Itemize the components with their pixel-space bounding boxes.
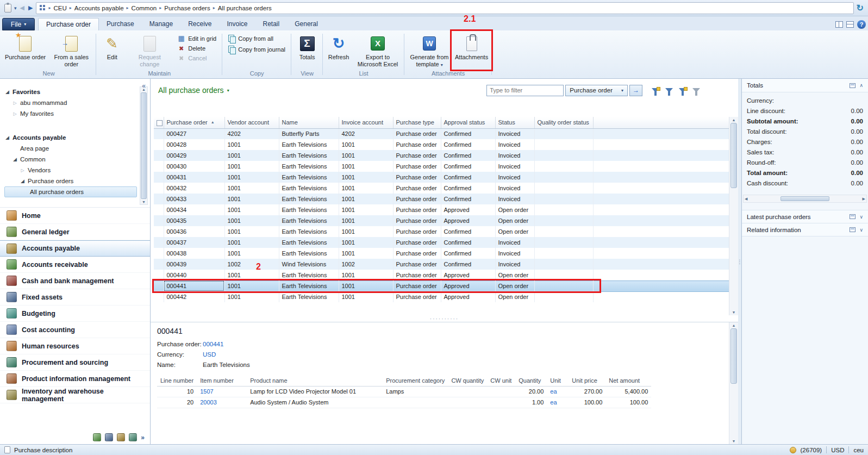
table-row-000438[interactable]: 0004381001Earth Televisions1001Purchase … [154,248,729,259]
delete-button[interactable]: ✖ Delete [174,44,220,53]
currency-link[interactable]: USD [203,351,216,358]
tab-retail[interactable]: Retail [255,18,288,30]
module-accounts-receivable[interactable]: Accounts receivable [0,257,150,273]
column-header-purchase-type[interactable]: Purchase type [393,117,441,128]
module-general-ledger[interactable]: General ledger [0,224,150,240]
tree-expanded-icon[interactable]: ◢ [20,178,26,184]
select-all-header[interactable] [154,117,164,128]
latest-purchase-orders-header[interactable]: Latest purchase orders ∨ [742,210,868,223]
export-to-excel-button[interactable]: X Export to Microsoft Excel [353,32,403,70]
lines-column-header-procurement-category[interactable]: Procurement category [383,375,448,386]
scroll-left-icon[interactable]: ◀ [745,197,747,201]
tree-item-all-purchase-orders[interactable]: All purchase orders [4,186,137,197]
tab-purchase-order[interactable]: Purchase order [38,18,99,30]
table-row-000437[interactable]: 0004371001Earth Televisions1001Purchase … [154,237,729,248]
open-in-window-icon[interactable] [850,227,855,232]
tree-item-area-page[interactable]: Area page [20,145,49,152]
module-procurement-and-sourcing[interactable]: Procurement and sourcing [0,354,150,371]
table-row-000430[interactable]: 0004301001Earth Televisions1001Purchase … [154,161,729,172]
page-title[interactable]: All purchase orders ▾ [158,86,229,95]
session-count[interactable]: (26709) [801,447,822,453]
line-row[interactable]: 2020003Audio System / Audio System1.00ea… [157,397,651,408]
table-row-000428[interactable]: 0004281001Earth Televisions1001Purchase … [154,139,729,150]
scroll-up-icon[interactable]: ▲ [732,118,736,122]
tree-expanded-icon[interactable]: ◢ [4,135,10,140]
column-header-approval-status[interactable]: Approval status [441,117,495,128]
column-header-name[interactable]: Name [279,117,339,128]
related-information-header[interactable]: Related information ∨ [742,223,868,236]
scroll-thumb[interactable] [730,328,737,384]
attachments-button[interactable]: Attachments [453,32,490,63]
scroll-down-icon[interactable]: ▼ [732,439,736,443]
tab-manage[interactable]: Manage [142,18,180,30]
file-menu-button[interactable]: File ▾ [2,18,35,30]
open-in-window-icon[interactable] [850,214,855,219]
nav-footer-icon[interactable] [105,433,113,441]
copy-from-all-button[interactable]: Copy from all [225,34,289,43]
filter-scope-button[interactable]: Purchase order ▾ [565,85,628,96]
filter-by-grid-icon[interactable] [663,85,675,96]
lines-column-header-net-amount[interactable]: Net amount [605,375,651,386]
table-row-000439[interactable]: 0004391002Wind Televisions1002Purchase o… [154,259,729,270]
tab-general[interactable]: General [287,18,326,30]
currency-indicator[interactable]: USD [831,447,844,453]
column-header-invoice-account[interactable]: Invoice account [339,117,393,128]
totals-scrollbar[interactable]: ◀ ▶ [743,195,867,203]
grid-scrollbar[interactable]: ▲ ▼ [729,117,738,315]
scroll-thumb[interactable] [141,92,147,199]
totals-button[interactable]: Σ Totals [293,32,321,70]
tree-collapsed-icon[interactable]: ▷ [12,101,18,105]
chevron-up-icon[interactable]: ∧ [859,83,863,88]
column-header-purchase-order[interactable]: Purchase order▲ [164,117,224,128]
lines-column-header-line-number[interactable]: Line number [157,375,197,386]
company-indicator[interactable]: ceu [853,447,864,453]
tree-expanded-icon[interactable]: ◢ [4,89,10,95]
lines-column-header-unit-price[interactable]: Unit price [569,375,605,386]
apply-filter-button[interactable]: → [629,85,642,96]
table-row-000429[interactable]: 0004291001Earth Televisions1001Purchase … [154,150,729,161]
copy-from-journal-button[interactable]: Copy from journal [225,45,289,54]
tree-item-vendors[interactable]: Vendors [28,167,51,173]
table-row-000440[interactable]: 0004401001Earth Televisions1001Purchase … [154,270,729,281]
module-home[interactable]: Home [0,208,150,224]
scroll-up-icon[interactable]: ▲ [732,323,736,327]
back-icon[interactable]: ◀ [20,5,25,11]
table-row-000431[interactable]: 0004311001Earth Televisions1001Purchase … [154,172,729,183]
purchase-order-link[interactable]: 000441 [203,341,223,347]
module-cost-accounting[interactable]: Cost accounting [0,322,150,338]
forward-icon[interactable]: ▶ [28,5,33,11]
column-header-vendor-account[interactable]: Vendor account [224,117,279,128]
lines-column-header-cw-quantity[interactable]: CW quantity [448,375,487,386]
advanced-filter-icon[interactable] [677,85,689,96]
select-all-checkbox[interactable] [157,120,163,126]
help-icon[interactable]: ? [857,20,866,29]
scroll-thumb[interactable] [780,196,829,201]
lines-column-header-quantity[interactable]: Quantity [515,375,547,386]
nav-footer-icon[interactable] [117,433,125,441]
module-cash-and-bank-management[interactable]: Cash and bank management [0,273,150,289]
favorites-header[interactable]: Favorites [13,89,40,95]
lines-column-header-item-number[interactable]: Item number [197,375,247,386]
line-row[interactable]: 101507Lamp for LCD Video Projector Model… [157,386,651,397]
tab-invoice[interactable]: Invoice [219,18,255,30]
module-product-information-management[interactable]: Product information management [0,371,150,387]
module-human-resources[interactable]: Human resources [0,338,150,354]
from-sales-order-button[interactable]: From a sales order [48,32,95,70]
breadcrumb-item-common[interactable]: Common [129,4,159,12]
module-budgeting[interactable]: Budgeting [0,306,150,322]
breadcrumb-item-ceu[interactable]: CEU [51,4,68,12]
totals-section-header[interactable]: Totals ∧ [742,79,868,92]
pane-splitter[interactable]: ·········· [151,315,738,322]
tree-collapsed-icon[interactable]: ▷ [20,168,26,173]
open-in-window-icon[interactable] [850,83,855,88]
address-bar[interactable]: ▸CEU▸Accounts payable▸Common▸Purchase or… [36,2,853,14]
scroll-thumb[interactable] [730,123,737,188]
table-row-000427[interactable]: 0004274202Butterfly Parts4202Purchase or… [154,128,729,139]
module-fixed-assets[interactable]: Fixed assets [0,289,150,306]
lines-column-header-cw-unit[interactable]: CW unit [487,375,515,386]
table-row-000435[interactable]: 0004351001Earth Televisions1001Purchase … [154,215,729,226]
tree-item-my-favorites[interactable]: My favorites [20,110,54,117]
table-row-000434[interactable]: 0004341001Earth Televisions1001Purchase … [154,204,729,215]
refresh-button[interactable]: ↻ Refresh [324,32,353,70]
filter-icon[interactable] [650,85,661,96]
